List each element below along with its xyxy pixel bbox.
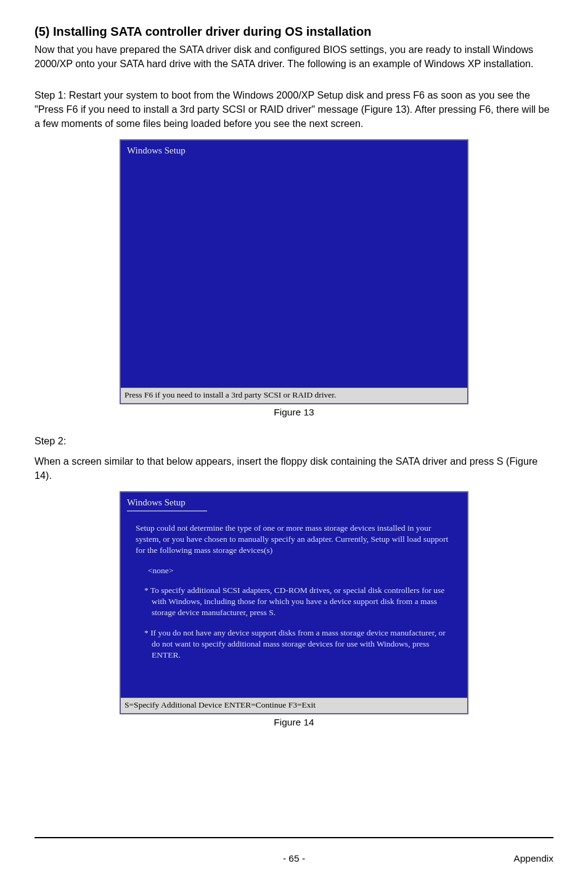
none-item: <none> [148, 565, 452, 576]
section-name: Appendix [513, 853, 553, 864]
step-2-paragraph: When a screen similar to that below appe… [35, 454, 553, 483]
setup-intro-text: Setup could not determine the type of on… [136, 523, 452, 557]
title-underline [127, 510, 207, 512]
figure-14-caption: Figure 14 [35, 717, 553, 728]
footer-rule [35, 837, 553, 838]
intro-paragraph: Now that you have prepared the SATA driv… [35, 43, 553, 71]
figure-14-window: Windows Setup Setup could not determine … [120, 491, 468, 714]
windows-setup-title: Windows Setup [121, 141, 467, 158]
page-number: - 65 - [283, 853, 305, 864]
windows-setup-status-bar: S=Specify Additional Device ENTER=Contin… [121, 698, 467, 713]
figure-13-window: Windows Setup Press F6 if you need to in… [120, 139, 468, 404]
section-heading: (5) Installing SATA controller driver du… [35, 25, 553, 39]
windows-setup-body [121, 158, 467, 388]
step-2-label: Step 2: [35, 434, 553, 448]
bullet-2: * If you do not have any device support … [144, 627, 452, 661]
step-1-paragraph: Step 1: Restart your system to boot from… [35, 88, 553, 131]
bullet-1: * To specify additional SCSI adapters, C… [144, 585, 452, 619]
windows-setup-title: Windows Setup [121, 492, 467, 510]
windows-setup-body: Setup could not determine the type of on… [121, 514, 467, 698]
figure-13-caption: Figure 13 [35, 407, 553, 418]
windows-setup-status-bar: Press F6 if you need to install a 3rd pa… [121, 388, 467, 403]
